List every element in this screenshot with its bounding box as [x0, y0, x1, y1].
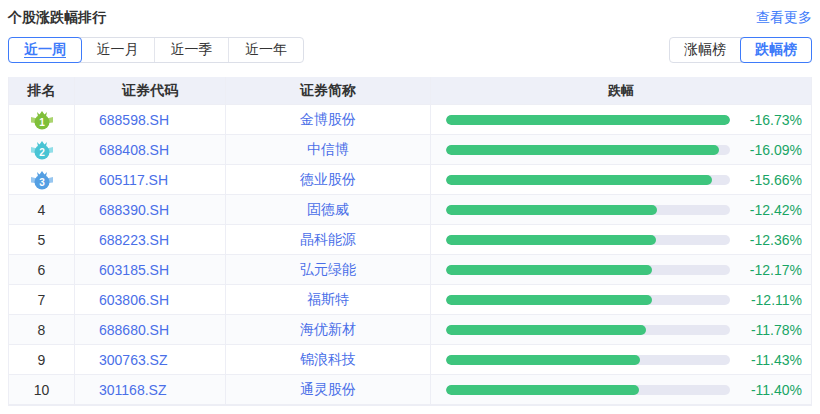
table-row[interactable]: 8 688680.SH 海优新材 -11.78% [9, 315, 811, 345]
stock-name-link[interactable]: 锦浪科技 [300, 351, 356, 369]
tab-losers-board[interactable]: 跌幅榜 [740, 37, 812, 63]
rank-cell: 8 [9, 315, 75, 344]
change-bar-fill [446, 385, 639, 395]
rank-cell: 2 [9, 135, 75, 164]
change-bar-track [446, 115, 730, 125]
change-bar-track [446, 235, 730, 245]
ranking-table: 排名 证券代码 证券简称 跌幅 1 688598.SH 金博股份 -16.73% [8, 77, 812, 406]
rank-medal-icon: 1 [30, 109, 54, 131]
stock-code-link[interactable]: 688390.SH [99, 202, 169, 218]
stock-name-link[interactable]: 海优新材 [300, 321, 356, 339]
view-more-link[interactable]: 查看更多 [756, 9, 812, 27]
panel-header: 个股涨跌幅排行 查看更多 [8, 0, 812, 26]
rank-number: 10 [34, 382, 50, 398]
rank-cell: 7 [9, 285, 75, 314]
table-row[interactable]: 5 688223.SH 晶科能源 -12.36% [9, 225, 811, 255]
stock-code-link[interactable]: 603185.SH [99, 262, 169, 278]
table-row[interactable]: 9 300763.SZ 锦浪科技 -11.43% [9, 345, 811, 375]
rank-number: 8 [38, 322, 46, 338]
board-tab-group: 涨幅榜 跌幅榜 [669, 37, 812, 63]
column-header-change: 跌幅 [431, 77, 811, 104]
change-percent: -12.42% [742, 202, 802, 218]
table-row[interactable]: 4 688390.SH 固德威 -12.42% [9, 195, 811, 225]
rank-number: 4 [38, 202, 46, 218]
rank-cell: 3 [9, 165, 75, 194]
table-row[interactable]: 7 603806.SH 福斯特 -12.11% [9, 285, 811, 315]
stock-name-link[interactable]: 金博股份 [300, 111, 356, 129]
table-row[interactable]: 2 688408.SH 中信博 -16.09% [9, 135, 811, 165]
change-cell: -11.78% [431, 315, 811, 344]
change-bar-track [446, 325, 730, 335]
tab-last-week[interactable]: 近一周 [8, 37, 82, 63]
change-cell: -11.43% [431, 345, 811, 374]
stock-name-link[interactable]: 德业股份 [300, 171, 356, 189]
stock-code-link[interactable]: 605117.SH [99, 172, 168, 188]
change-bar-fill [446, 115, 730, 125]
stock-code-link[interactable]: 688598.SH [99, 112, 169, 128]
table-body: 1 688598.SH 金博股份 -16.73% 2 688408.SH 中信博 [9, 105, 811, 405]
change-bar-track [446, 145, 730, 155]
page-title: 个股涨跌幅排行 [8, 9, 106, 27]
change-cell: -12.36% [431, 225, 811, 254]
change-bar-track [446, 265, 730, 275]
change-cell: -12.11% [431, 285, 811, 314]
change-percent: -11.40% [742, 382, 802, 398]
svg-text:3: 3 [39, 176, 45, 187]
stock-name-link[interactable]: 固德威 [307, 201, 349, 219]
change-bar-fill [446, 295, 652, 305]
controls-row: 近一周 近一月 近一季 近一年 涨幅榜 跌幅榜 [8, 37, 812, 63]
stock-name-link[interactable]: 弘元绿能 [300, 261, 356, 279]
change-percent: -12.17% [742, 262, 802, 278]
change-cell: -16.09% [431, 135, 811, 164]
table-header-row: 排名 证券代码 证券简称 跌幅 [9, 77, 811, 105]
change-cell: -12.42% [431, 195, 811, 224]
rank-medal-icon: 3 [30, 169, 54, 191]
table-row[interactable]: 1 688598.SH 金博股份 -16.73% [9, 105, 811, 135]
tab-gainers-board[interactable]: 涨幅榜 [670, 38, 741, 62]
change-bar-track [446, 205, 730, 215]
column-header-name: 证券简称 [226, 77, 431, 104]
change-bar-track [446, 295, 730, 305]
rank-number: 7 [38, 292, 46, 308]
stock-code-link[interactable]: 603806.SH [99, 292, 169, 308]
change-bar-fill [446, 325, 646, 335]
stock-code-link[interactable]: 688408.SH [99, 142, 169, 158]
stock-name-link[interactable]: 晶科能源 [300, 231, 356, 249]
stock-ranking-panel: 个股涨跌幅排行 查看更多 近一周 近一月 近一季 近一年 涨幅榜 跌幅榜 排名 … [0, 0, 820, 406]
stock-name-link[interactable]: 中信博 [307, 141, 349, 159]
change-percent: -16.73% [742, 112, 802, 128]
tab-last-year[interactable]: 近一年 [229, 38, 303, 62]
stock-code-link[interactable]: 300763.SZ [99, 352, 168, 368]
column-header-code: 证券代码 [75, 77, 226, 104]
change-percent: -12.11% [742, 292, 802, 308]
rank-medal-icon: 2 [30, 139, 54, 161]
rank-number: 6 [38, 262, 46, 278]
rank-cell: 6 [9, 255, 75, 284]
stock-name-link[interactable]: 通灵股份 [300, 381, 356, 399]
stock-code-link[interactable]: 688223.SH [99, 232, 169, 248]
tab-last-quarter[interactable]: 近一季 [155, 38, 229, 62]
change-bar-track [446, 385, 730, 395]
svg-text:2: 2 [39, 146, 45, 157]
table-row[interactable]: 10 301168.SZ 通灵股份 -11.40% [9, 375, 811, 405]
stock-code-link[interactable]: 688680.SH [99, 322, 169, 338]
period-tab-group: 近一周 近一月 近一季 近一年 [8, 37, 304, 63]
rank-cell: 4 [9, 195, 75, 224]
change-percent: -12.36% [742, 232, 802, 248]
change-cell: -12.17% [431, 255, 811, 284]
table-row[interactable]: 6 603185.SH 弘元绿能 -12.17% [9, 255, 811, 285]
change-bar-fill [446, 355, 640, 365]
table-row[interactable]: 3 605117.SH 德业股份 -15.66% [9, 165, 811, 195]
change-cell: -11.40% [431, 375, 811, 404]
change-cell: -16.73% [431, 105, 811, 134]
stock-code-link[interactable]: 301168.SZ [99, 382, 166, 398]
change-percent: -11.78% [742, 322, 802, 338]
tab-last-month[interactable]: 近一月 [81, 38, 155, 62]
svg-text:1: 1 [39, 116, 45, 127]
change-bar-fill [446, 175, 712, 185]
stock-name-link[interactable]: 福斯特 [307, 291, 349, 309]
change-cell: -15.66% [431, 165, 811, 194]
change-bar-track [446, 355, 730, 365]
rank-cell: 1 [9, 105, 75, 134]
rank-cell: 9 [9, 345, 75, 374]
